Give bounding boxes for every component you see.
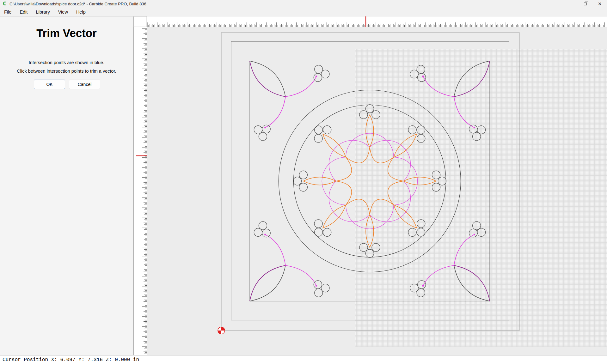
dot-cluster-circle bbox=[299, 183, 307, 191]
magenta-swirl bbox=[285, 265, 316, 286]
dot-cluster-circle bbox=[314, 134, 322, 143]
dot-cluster-circle bbox=[438, 177, 446, 185]
dot-cluster-circle bbox=[366, 249, 374, 258]
stock-boundary bbox=[221, 33, 519, 331]
magenta-swirl bbox=[423, 265, 454, 286]
dot-cluster-circle bbox=[417, 126, 425, 134]
corner-leaf-edge bbox=[454, 265, 490, 301]
status-bar: Cursor Position X: 6.097 Y: 7.316 Z: 0.0… bbox=[0, 355, 607, 364]
orange-petal bbox=[366, 115, 374, 147]
pink-weave-arc bbox=[346, 205, 394, 229]
dot-cluster-circle bbox=[372, 243, 380, 252]
dot-cluster-circle bbox=[315, 126, 323, 134]
magenta-swirl bbox=[285, 76, 316, 97]
dot-cluster-circle bbox=[417, 228, 425, 236]
pink-weave-arc bbox=[329, 181, 370, 222]
magenta-swirl bbox=[265, 97, 285, 128]
dot-cluster-circle bbox=[410, 70, 418, 78]
swirl-endpoint-marker bbox=[316, 285, 317, 287]
dot-cluster-circle bbox=[473, 221, 481, 230]
dot-cluster-circle bbox=[259, 221, 267, 230]
inner-circle-vector bbox=[294, 105, 446, 257]
magenta-swirl bbox=[454, 97, 474, 128]
dot-cluster-circle bbox=[314, 73, 322, 82]
orange-petal bbox=[404, 177, 436, 185]
outer-design-rect bbox=[231, 41, 509, 320]
ruler-corner-box bbox=[134, 16, 147, 27]
dot-cluster-circle bbox=[473, 132, 481, 141]
pink-weave-arc bbox=[322, 157, 346, 205]
inner-design-rect bbox=[250, 61, 490, 301]
pink-weave-arc bbox=[329, 140, 370, 181]
dot-cluster-circle bbox=[299, 171, 307, 179]
dot-cluster-circle bbox=[410, 284, 418, 292]
corner-leaf-edge bbox=[250, 265, 285, 301]
outer-circle-vector bbox=[279, 90, 461, 272]
pink-weave-arc bbox=[370, 140, 411, 181]
swirl-endpoint-marker bbox=[264, 127, 266, 128]
app-window: C C:\Users\willa\Downloads\spice door.c2… bbox=[0, 0, 607, 364]
corner-leaf-edge bbox=[454, 61, 490, 97]
dot-cluster-circle bbox=[408, 228, 416, 236]
dot-cluster-circle bbox=[372, 111, 380, 119]
dot-cluster-circle bbox=[262, 125, 270, 133]
dot-cluster-circle bbox=[314, 220, 322, 228]
swirl-endpoint-marker bbox=[316, 76, 317, 77]
dot-cluster-circle bbox=[408, 126, 416, 134]
ok-button[interactable]: OK bbox=[34, 80, 65, 89]
dot-cluster-circle bbox=[469, 229, 477, 237]
dot-cluster-circle bbox=[359, 243, 368, 252]
swirl-endpoint-marker bbox=[422, 76, 424, 77]
origin-marker-quadrant bbox=[218, 331, 221, 334]
cursor-position-readout: Cursor Position X: 6.097 Y: 7.316 Z: 0.0… bbox=[3, 357, 139, 363]
dialog-title: Trim Vector bbox=[0, 27, 133, 39]
dot-cluster-circle bbox=[366, 105, 374, 113]
swirl-endpoint-marker bbox=[474, 127, 475, 128]
cancel-button[interactable]: Cancel bbox=[69, 80, 100, 89]
dot-cluster-circle bbox=[321, 284, 329, 292]
magenta-swirl bbox=[265, 234, 285, 265]
dialog-instructions: Intersection points are shown in blue. C… bbox=[0, 58, 133, 76]
orange-petal bbox=[323, 134, 346, 157]
dot-cluster-circle bbox=[314, 281, 322, 289]
magenta-swirl bbox=[454, 234, 474, 265]
corner-leaf-edge bbox=[454, 61, 490, 97]
swirl-endpoint-marker bbox=[474, 234, 475, 235]
swirl-endpoint-marker bbox=[264, 234, 266, 235]
dot-cluster-circle bbox=[418, 73, 426, 82]
orange-petal bbox=[304, 177, 336, 185]
dot-cluster-circle bbox=[432, 171, 440, 179]
magenta-swirl bbox=[423, 76, 454, 97]
horizontal-ruler bbox=[134, 16, 607, 27]
orange-petal bbox=[394, 205, 417, 228]
dot-cluster-circle bbox=[323, 126, 331, 134]
orange-petal bbox=[323, 205, 346, 228]
corner-leaf-edge bbox=[454, 265, 490, 301]
instruction-line: Intersection points are shown in blue. bbox=[0, 58, 133, 67]
swirl-endpoint-marker bbox=[422, 285, 424, 287]
orange-petal bbox=[394, 134, 417, 157]
pink-weave-arc bbox=[370, 181, 411, 222]
dot-cluster-circle bbox=[323, 228, 331, 236]
dot-cluster-circle bbox=[259, 132, 267, 141]
corner-leaf-edge bbox=[250, 265, 285, 301]
origin-marker-quadrant bbox=[221, 327, 225, 331]
dot-cluster-circle bbox=[432, 183, 440, 191]
dot-cluster-circle bbox=[315, 228, 323, 236]
instruction-line: Click between intersection points to tri… bbox=[0, 67, 133, 76]
corner-leaf-edge bbox=[250, 61, 285, 97]
vertical-ruler bbox=[134, 16, 147, 355]
dot-cluster-circle bbox=[293, 177, 302, 185]
corner-leaf-edge bbox=[250, 61, 285, 97]
pink-weave-arc bbox=[394, 157, 418, 205]
dot-cluster-circle bbox=[417, 220, 425, 228]
trim-vector-panel: Trim Vector Intersection points are show… bbox=[0, 17, 133, 355]
orange-petal bbox=[366, 215, 374, 247]
dot-cluster-circle bbox=[262, 229, 270, 237]
dot-cluster-circle bbox=[469, 125, 477, 133]
dot-cluster-circle bbox=[321, 70, 329, 78]
dot-cluster-circle bbox=[417, 134, 425, 143]
dot-cluster-circle bbox=[359, 111, 368, 119]
pink-weave-arc bbox=[346, 133, 394, 157]
dot-cluster-circle bbox=[418, 281, 426, 289]
